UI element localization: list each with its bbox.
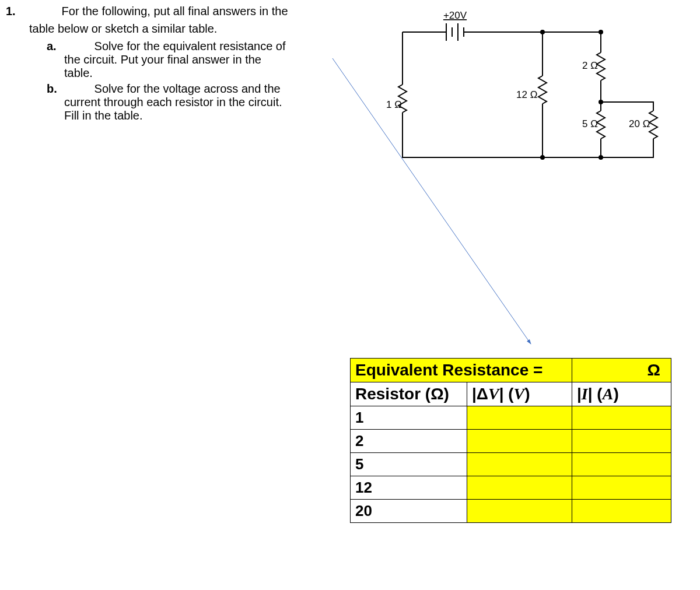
row-1-i — [572, 406, 671, 430]
table-row: 12 — [351, 476, 671, 500]
question-line-1: 1. For the following, put all final answ… — [6, 2, 356, 20]
subquestion-b: b. Solve for the voltage across and the … — [47, 82, 356, 122]
sub-b-cont1: current through each resistor in the cir… — [64, 96, 356, 109]
battery-label: +20V — [443, 10, 467, 21]
question-block: 1. For the following, put all final answ… — [0, 0, 362, 127]
table-row: 2 — [351, 430, 671, 453]
sub-a-letter: a. — [47, 40, 64, 53]
table-row: 1 — [351, 406, 671, 430]
sub-b-lead: Solve for the voltage across and the — [94, 82, 281, 95]
sub-b-cont2: Fill in the table. — [64, 109, 356, 122]
header-dv: |ΔV| (V) — [467, 382, 572, 406]
row-20-dv — [467, 500, 572, 523]
row-1-dv — [467, 406, 572, 430]
subquestion-a: a. Solve for the equivalent resistance o… — [47, 40, 356, 80]
header-resistor: Resistor (Ω) — [351, 382, 467, 406]
table-row: 5 — [351, 453, 671, 476]
eq-res-label: Equivalent Resistance = — [351, 359, 572, 382]
row-5-i — [572, 453, 671, 476]
sub-a-cont2: table. — [64, 66, 356, 80]
question-text-cont: table below or sketch a similar table. — [29, 20, 356, 37]
circuit-diagram: +20V 1 Ω 12 Ω 2 Ω 5 Ω 20 Ω — [373, 6, 688, 169]
subquestion-list: a. Solve for the equivalent resistance o… — [47, 40, 356, 122]
table-row: 20 — [351, 500, 671, 523]
row-2-i — [572, 430, 671, 453]
row-resistor-12: 12 — [351, 476, 467, 500]
sub-b-letter: b. — [47, 82, 64, 96]
row-2-dv — [467, 430, 572, 453]
row-resistor-2: 2 — [351, 430, 467, 453]
row-resistor-1: 1 — [351, 406, 467, 430]
row-12-dv — [467, 476, 572, 500]
header-i: |I| (A) — [572, 382, 671, 406]
row-5-dv — [467, 453, 572, 476]
row-resistor-5: 5 — [351, 453, 467, 476]
row-20-i — [572, 500, 671, 523]
question-text-lead: For the following, put all final answers… — [62, 5, 288, 17]
r12-label: 12 Ω — [516, 89, 537, 100]
question-number: 1. — [6, 2, 23, 20]
answer-table: Equivalent Resistance = Ω Resistor (Ω) |… — [350, 358, 671, 523]
r20-label: 20 Ω — [629, 118, 650, 129]
row-resistor-20: 20 — [351, 500, 467, 523]
row-12-i — [572, 476, 671, 500]
sub-a-lead: Solve for the equivalent resistance of — [94, 40, 286, 52]
r1-label: 1 Ω — [386, 99, 402, 110]
r5-label: 5 Ω — [582, 118, 598, 129]
sub-a-cont1: the circuit. Put your final answer in th… — [64, 53, 356, 66]
omega-cell: Ω — [572, 359, 671, 382]
r2-label: 2 Ω — [582, 60, 598, 71]
